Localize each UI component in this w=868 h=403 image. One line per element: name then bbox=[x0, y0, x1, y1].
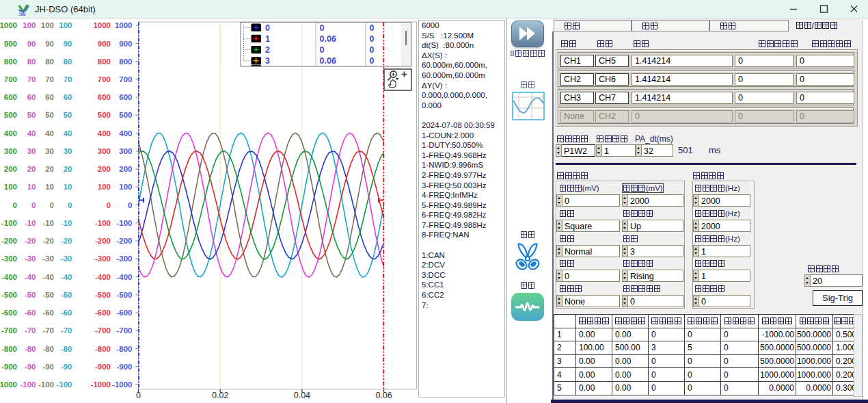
svg-text:0: 0 bbox=[13, 201, 17, 209]
svg-text:500: 500 bbox=[4, 111, 17, 119]
svg-text:20: 20 bbox=[27, 165, 36, 173]
svg-text:70: 70 bbox=[45, 75, 54, 83]
svg-text:40: 40 bbox=[27, 129, 36, 138]
svg-text:90: 90 bbox=[45, 40, 54, 48]
svg-text:-60: -60 bbox=[61, 309, 72, 317]
svg-text:2: 2 bbox=[265, 45, 270, 55]
svg-text:-30: -30 bbox=[61, 255, 72, 263]
svg-text:30: 30 bbox=[45, 147, 54, 155]
svg-text:0: 0 bbox=[128, 201, 132, 209]
svg-text:-400: -400 bbox=[116, 273, 132, 281]
svg-text:300: 300 bbox=[4, 147, 17, 155]
svg-text:700: 700 bbox=[98, 75, 111, 83]
svg-text:-400: -400 bbox=[95, 273, 111, 281]
svg-text:-60: -60 bbox=[42, 309, 54, 317]
svg-text:-40: -40 bbox=[42, 273, 54, 281]
svg-text:-70: -70 bbox=[42, 326, 54, 335]
svg-text:1000: 1000 bbox=[115, 21, 133, 29]
svg-text:-1000: -1000 bbox=[0, 380, 17, 389]
svg-text:-600: -600 bbox=[1, 309, 17, 317]
svg-text:70: 70 bbox=[27, 75, 36, 83]
svg-text:100: 100 bbox=[98, 183, 111, 191]
svg-text:-1000: -1000 bbox=[112, 380, 132, 389]
svg-text:-500: -500 bbox=[116, 291, 132, 299]
svg-text:700: 700 bbox=[4, 75, 17, 83]
svg-text:-600: -600 bbox=[116, 309, 132, 317]
svg-text:600: 600 bbox=[119, 93, 132, 101]
svg-text:70: 70 bbox=[64, 75, 72, 83]
svg-text::so: :so bbox=[18, 12, 26, 16]
svg-text:900: 900 bbox=[98, 40, 111, 48]
svg-text:1: 1 bbox=[265, 34, 270, 44]
svg-text:-70: -70 bbox=[61, 326, 72, 335]
svg-text:400: 400 bbox=[98, 129, 111, 138]
svg-text:10: 10 bbox=[45, 183, 54, 191]
svg-text:0: 0 bbox=[265, 23, 270, 33]
svg-text:1000: 1000 bbox=[0, 21, 17, 29]
svg-text:-400: -400 bbox=[1, 273, 17, 281]
svg-text:-40: -40 bbox=[25, 273, 36, 281]
svg-text:-90: -90 bbox=[42, 363, 54, 371]
svg-text:-700: -700 bbox=[1, 326, 17, 335]
svg-text:-100: -100 bbox=[38, 380, 54, 389]
svg-text:-800: -800 bbox=[1, 345, 17, 353]
svg-text:-80: -80 bbox=[42, 345, 54, 353]
svg-text:0: 0 bbox=[370, 56, 375, 66]
svg-text:800: 800 bbox=[4, 57, 17, 66]
svg-text:40: 40 bbox=[45, 129, 54, 138]
svg-text:100: 100 bbox=[4, 183, 17, 191]
svg-text:30: 30 bbox=[64, 147, 72, 155]
svg-text:0: 0 bbox=[370, 23, 375, 33]
svg-text:-30: -30 bbox=[42, 255, 54, 263]
svg-text:-80: -80 bbox=[61, 345, 72, 353]
svg-text:-50: -50 bbox=[42, 291, 54, 299]
svg-text:800: 800 bbox=[98, 57, 111, 66]
svg-text:80: 80 bbox=[64, 57, 72, 66]
svg-text:20: 20 bbox=[64, 165, 72, 173]
svg-text:400: 400 bbox=[4, 129, 17, 138]
svg-text:60: 60 bbox=[64, 93, 72, 101]
svg-text:200: 200 bbox=[98, 165, 111, 173]
svg-text:-90: -90 bbox=[25, 363, 36, 371]
svg-text:-1000: -1000 bbox=[91, 380, 111, 389]
svg-text:200: 200 bbox=[4, 165, 17, 173]
svg-text:60: 60 bbox=[45, 93, 54, 101]
svg-text:0: 0 bbox=[68, 201, 72, 209]
svg-text:700: 700 bbox=[119, 75, 132, 83]
svg-text:-300: -300 bbox=[116, 255, 132, 263]
svg-text:-100: -100 bbox=[95, 219, 111, 227]
svg-text:-30: -30 bbox=[25, 255, 36, 263]
svg-text:100: 100 bbox=[23, 21, 36, 29]
svg-text:400: 400 bbox=[119, 129, 132, 138]
svg-text:-300: -300 bbox=[1, 255, 17, 263]
svg-text:0: 0 bbox=[31, 201, 36, 209]
svg-text:0: 0 bbox=[107, 201, 111, 209]
svg-text:100: 100 bbox=[41, 21, 54, 29]
svg-text:-500: -500 bbox=[1, 291, 17, 299]
svg-text:-10: -10 bbox=[42, 219, 54, 227]
svg-text:0.04: 0.04 bbox=[294, 391, 310, 400]
svg-text:80: 80 bbox=[27, 57, 36, 66]
svg-text:50: 50 bbox=[45, 111, 54, 119]
svg-text:-800: -800 bbox=[116, 345, 132, 353]
svg-text:0: 0 bbox=[320, 45, 325, 55]
svg-text:-90: -90 bbox=[61, 363, 72, 371]
svg-text:900: 900 bbox=[119, 40, 132, 48]
svg-text:0.06: 0.06 bbox=[375, 391, 392, 400]
svg-text:300: 300 bbox=[98, 147, 111, 155]
svg-text:100: 100 bbox=[119, 183, 132, 191]
svg-text:-600: -600 bbox=[95, 309, 111, 317]
svg-text:-70: -70 bbox=[25, 326, 36, 335]
svg-text:90: 90 bbox=[64, 40, 72, 48]
svg-text:-700: -700 bbox=[95, 326, 111, 335]
svg-text:500: 500 bbox=[98, 111, 111, 119]
svg-text:900: 900 bbox=[4, 40, 17, 48]
svg-text:-500: -500 bbox=[95, 291, 111, 299]
svg-text:200: 200 bbox=[119, 165, 132, 173]
svg-text:10: 10 bbox=[27, 183, 36, 191]
svg-text:-80: -80 bbox=[25, 345, 36, 353]
svg-text:0.06: 0.06 bbox=[320, 34, 336, 44]
svg-text:600: 600 bbox=[4, 93, 17, 101]
svg-text:80: 80 bbox=[45, 57, 54, 66]
svg-text:-900: -900 bbox=[1, 363, 17, 371]
